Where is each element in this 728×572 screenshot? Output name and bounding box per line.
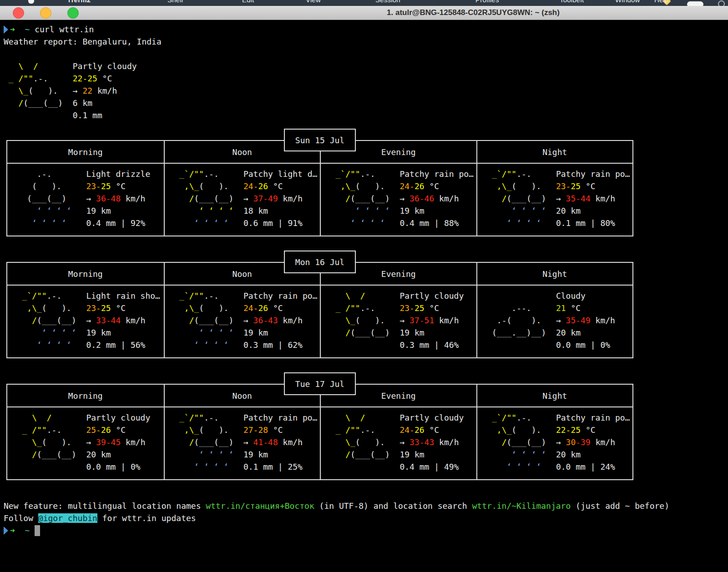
text-segment: 25 bbox=[571, 181, 581, 191]
menu-item-toolbelt[interactable]: Toolbelt bbox=[560, 0, 584, 4]
text-segment: .-. bbox=[516, 169, 556, 179]
zoom-button[interactable] bbox=[67, 7, 79, 19]
text-segment: ‘ ‘ ‘ ‘ bbox=[165, 462, 243, 472]
terminal[interactable]: ➜ ~ curl wttr.in Weather report: Bengalu… bbox=[0, 20, 728, 572]
text-segment: 0.1 mm bbox=[4, 110, 102, 120]
column-header-night: Night bbox=[476, 263, 633, 286]
text-segment: 0.3 mm | 46% bbox=[399, 340, 459, 350]
text-segment: 19 km bbox=[86, 328, 111, 337]
terminal-text-line: ‘ ‘ ‘ ‘ 19 km bbox=[165, 326, 320, 339]
status-clock-icon[interactable] bbox=[718, 0, 725, 6]
menu-item-help[interactable]: Help bbox=[654, 0, 669, 4]
text-segment: \_ bbox=[4, 86, 28, 95]
text-segment: 0.4 mm | 88% bbox=[399, 218, 459, 228]
text-segment: 0.1 mm | 25% bbox=[243, 462, 303, 472]
text-segment: 0.6 mm | 91% bbox=[243, 218, 303, 228]
column-header-night: Night bbox=[476, 141, 633, 164]
text-segment: ,\_ bbox=[165, 181, 199, 191]
text-segment: °C bbox=[111, 181, 126, 191]
terminal-text-line: /(___(__) 20 km bbox=[7, 448, 164, 461]
wttr-multilingual-link[interactable]: wttr.in/станция+Восток bbox=[206, 501, 314, 511]
text-segment: 0.0 mm | 24% bbox=[556, 462, 615, 472]
text-segment: for wttr.in updates bbox=[97, 513, 196, 523]
terminal-text-line: /(___(__) → 36-46 km/h bbox=[321, 192, 476, 205]
minimize-button[interactable] bbox=[40, 7, 51, 19]
menu-item-edit[interactable]: Edit bbox=[242, 0, 254, 4]
text-segment: .-. bbox=[360, 169, 400, 179]
menu-item-view[interactable]: View bbox=[306, 0, 321, 4]
date-box: Tue 17 Jul bbox=[284, 372, 356, 395]
text-segment: 26 bbox=[258, 303, 268, 313]
text-segment: ,\_ bbox=[477, 181, 512, 191]
text-segment: 23- bbox=[399, 303, 415, 313]
terminal-text-line: ‘ ‘ ‘ ‘ 0.1 mm | 80% bbox=[477, 217, 633, 229]
menu-item-iterm2[interactable]: iTerm2 bbox=[68, 0, 91, 4]
macos-menu-bar: iTerm2ShellEditViewSessionProfilesToolbe… bbox=[0, 0, 728, 6]
text-segment: Patchy rain po… bbox=[556, 169, 630, 179]
menu-item-session[interactable]: Session bbox=[375, 0, 400, 4]
terminal-text-line: _ /"".-. 22-25 °C bbox=[4, 72, 728, 85]
text-segment: 26 bbox=[101, 425, 111, 435]
text-segment: ‘ ‘ ‘ ‘ bbox=[165, 328, 243, 337]
status-pill-icon[interactable] bbox=[687, 1, 703, 6]
wttr-search-link[interactable]: wttr.in/~Kilimanjaro bbox=[472, 501, 571, 511]
weather-day-table: Mon 16 Jul Morning Noon Evening Night _`… bbox=[6, 251, 633, 358]
text-segment: ( ). bbox=[355, 316, 400, 325]
terminal-text-line: /(___(__) → 37-49 km/h bbox=[165, 192, 320, 205]
text-segment: ‘ ‘ ‘ ‘ bbox=[7, 328, 86, 337]
text-segment: °C bbox=[111, 425, 126, 435]
terminal-text-line: ,\_( ). 23-25 °C bbox=[477, 180, 633, 192]
weather-cell: _`/"".-. Patchy rain po… ,\_( ). 23-25 °… bbox=[476, 164, 633, 236]
text-segment: _ /"" bbox=[321, 425, 360, 435]
text-segment: New feature: multilingual location names bbox=[4, 501, 206, 511]
terminal-text-line: /(___(__) → 30-39 km/h bbox=[477, 436, 633, 448]
text-segment: _`/"" bbox=[321, 169, 360, 179]
text-segment: .-. bbox=[204, 413, 243, 422]
text-segment bbox=[7, 462, 86, 472]
text-segment: (___(__) bbox=[507, 437, 556, 447]
text-segment: 6 km bbox=[63, 98, 92, 108]
menu-item-window[interactable]: Window bbox=[615, 0, 640, 4]
text-segment: (___(__) bbox=[350, 450, 399, 459]
text-segment: ( ). bbox=[199, 181, 243, 191]
text-segment: 26 bbox=[258, 181, 268, 191]
text-segment: _ /"" bbox=[4, 74, 33, 83]
terminal-text-line: 0.1 mm bbox=[4, 109, 728, 121]
text-segment: ( ). bbox=[42, 437, 86, 447]
text-segment: km/h bbox=[591, 194, 615, 203]
text-segment: .-. bbox=[204, 169, 243, 179]
terminal-text-line: \_( ). → 37-51 km/h bbox=[321, 314, 476, 326]
text-segment: (___(__) bbox=[194, 316, 243, 325]
menu-item-profiles[interactable]: Profiles bbox=[475, 0, 499, 4]
text-segment: / bbox=[321, 194, 350, 203]
text-segment: ‘ ‘ ‘ ‘ bbox=[7, 218, 86, 228]
text-segment: .-. bbox=[204, 291, 243, 301]
text-segment: 20 km bbox=[556, 328, 581, 337]
text-segment: _`/"" bbox=[477, 413, 517, 422]
text-segment: km/h bbox=[121, 316, 145, 325]
text-segment: ‘ ‘ ‘ ‘ bbox=[7, 206, 86, 216]
terminal-text-line: ‘ ‘ ‘ ‘ 19 km bbox=[321, 205, 476, 217]
text-segment: 26 bbox=[415, 181, 425, 191]
apple-menu-icon[interactable] bbox=[28, 0, 34, 4]
text-segment: \ / bbox=[321, 291, 399, 301]
terminal-text-line: ‘ ‘ ‘ ‘ 20 km bbox=[477, 205, 633, 217]
terminal-text-line: _ /"".-. 25-26 °C bbox=[7, 424, 164, 436]
text-segment: °C bbox=[566, 303, 581, 313]
text-segment: ( ). bbox=[511, 425, 556, 435]
menu-item-shell[interactable]: Shell bbox=[167, 0, 183, 4]
text-segment: km/h bbox=[278, 437, 303, 447]
text-segment: 23- bbox=[556, 181, 571, 191]
text-segment: _ /"" bbox=[321, 303, 360, 313]
text-segment: .--. bbox=[477, 303, 556, 313]
terminal-text-line: ,\_( ). 24-26 °C bbox=[165, 302, 320, 314]
text-segment: 23- bbox=[86, 181, 101, 191]
text-segment: 25- bbox=[86, 425, 101, 435]
terminal-text-line: \_( ). → 39-45 km/h bbox=[7, 436, 164, 448]
prompt-line: ➜ ~ curl wttr.in bbox=[4, 23, 728, 35]
text-segment: ,\_ bbox=[165, 425, 199, 435]
text-segment: ,\_ bbox=[477, 425, 512, 435]
text-segment: ‘ ‘ ‘ ‘ bbox=[321, 218, 399, 228]
close-button[interactable] bbox=[13, 7, 24, 19]
terminal-text-line: ‘ ‘ ‘ ‘ 0.4 mm | 88% bbox=[321, 217, 476, 229]
